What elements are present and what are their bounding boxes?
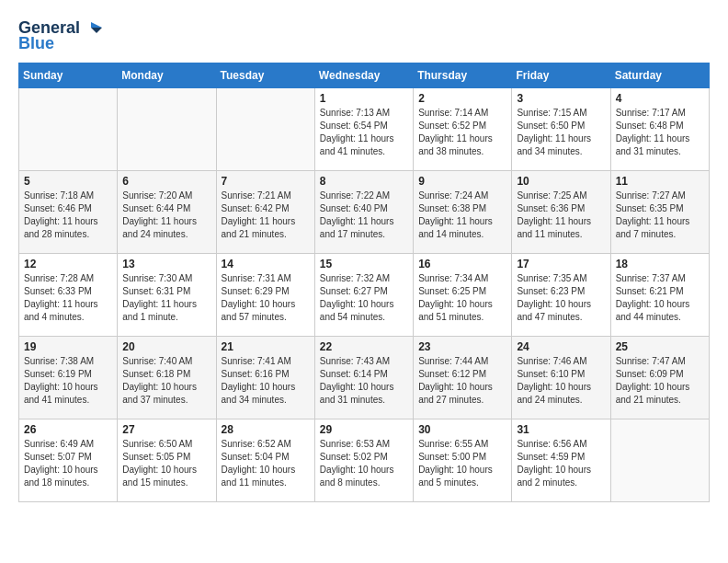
calendar-day-cell: 4 Sunrise: 7:17 AMSunset: 6:48 PMDayligh… [610,88,709,171]
day-info: Sunrise: 7:18 AMSunset: 6:46 PMDaylight:… [24,190,112,241]
logo: General Blue [18,18,102,53]
day-number: 16 [418,258,506,270]
day-number: 25 [616,340,704,353]
day-info: Sunrise: 7:13 AMSunset: 6:54 PMDaylight:… [320,107,408,158]
day-number: 3 [517,92,605,105]
day-info: Sunrise: 7:24 AMSunset: 6:38 PMDaylight:… [418,190,506,241]
logo-text-blue: Blue [18,34,54,53]
day-info: Sunrise: 7:28 AMSunset: 6:33 PMDaylight:… [24,272,112,324]
calendar-day-cell: 17 Sunrise: 7:35 AMSunset: 6:23 PMDaylig… [512,254,610,337]
calendar-day-cell: 23 Sunrise: 7:44 AMSunset: 6:12 PMDaylig… [414,337,512,419]
calendar-day-cell: 2 Sunrise: 7:14 AMSunset: 6:52 PMDayligh… [414,88,512,171]
day-info: Sunrise: 6:53 AMSunset: 5:02 PMDaylight:… [320,438,408,489]
svg-marker-0 [91,22,102,28]
weekday-header-cell: Sunday [19,63,118,88]
day-info: Sunrise: 7:32 AMSunset: 6:27 PMDaylight:… [320,272,408,324]
day-number: 7 [222,175,310,188]
calendar-day-cell: 9 Sunrise: 7:24 AMSunset: 6:38 PMDayligh… [414,171,512,254]
calendar-day-cell: 28 Sunrise: 6:52 AMSunset: 5:04 PMDaylig… [216,419,314,502]
calendar-week-row: 1 Sunrise: 7:13 AMSunset: 6:54 PMDayligh… [19,88,710,171]
day-info: Sunrise: 7:34 AMSunset: 6:25 PMDaylight:… [418,272,506,324]
calendar-day-cell: 30 Sunrise: 6:55 AMSunset: 5:00 PMDaylig… [414,419,512,502]
calendar-day-cell: 3 Sunrise: 7:15 AMSunset: 6:50 PMDayligh… [512,88,610,171]
day-number: 5 [24,175,112,188]
day-info: Sunrise: 7:35 AMSunset: 6:23 PMDaylight:… [517,272,605,324]
day-number: 10 [517,175,605,188]
day-info: Sunrise: 7:40 AMSunset: 6:18 PMDaylight:… [122,355,210,407]
day-info: Sunrise: 7:17 AMSunset: 6:48 PMDaylight:… [616,107,704,158]
calendar-day-cell: 14 Sunrise: 7:31 AMSunset: 6:29 PMDaylig… [216,254,314,337]
day-number: 23 [418,340,506,353]
day-number: 9 [418,175,506,188]
day-info: Sunrise: 6:50 AMSunset: 5:05 PMDaylight:… [122,438,210,489]
day-number: 24 [517,340,605,353]
page-header: General Blue [18,18,710,53]
day-number: 4 [616,92,704,105]
day-info: Sunrise: 7:20 AMSunset: 6:44 PMDaylight:… [122,190,210,241]
calendar-day-cell: 31 Sunrise: 6:56 AMSunset: 4:59 PMDaylig… [512,419,610,502]
calendar-day-cell: 8 Sunrise: 7:22 AMSunset: 6:40 PMDayligh… [314,171,413,254]
weekday-header-cell: Friday [512,63,610,88]
day-number: 15 [320,258,408,270]
day-number: 20 [122,340,210,353]
weekday-header-row: SundayMondayTuesdayWednesdayThursdayFrid… [19,63,710,88]
day-number: 21 [222,340,310,353]
day-info: Sunrise: 6:56 AMSunset: 4:59 PMDaylight:… [517,438,605,489]
day-number: 11 [616,175,704,188]
calendar-day-cell [216,88,314,171]
day-number: 19 [24,340,112,353]
calendar-day-cell: 22 Sunrise: 7:43 AMSunset: 6:14 PMDaylig… [314,337,413,419]
day-number: 27 [122,423,210,436]
day-info: Sunrise: 7:43 AMSunset: 6:14 PMDaylight:… [320,355,408,407]
weekday-header-cell: Wednesday [314,63,413,88]
day-info: Sunrise: 7:37 AMSunset: 6:21 PMDaylight:… [616,272,704,324]
day-number: 1 [320,92,408,105]
calendar-day-cell [118,88,216,171]
day-info: Sunrise: 6:52 AMSunset: 5:04 PMDaylight:… [222,438,310,489]
weekday-header-cell: Saturday [610,63,709,88]
calendar-day-cell: 10 Sunrise: 7:25 AMSunset: 6:36 PMDaylig… [512,171,610,254]
calendar-day-cell: 1 Sunrise: 7:13 AMSunset: 6:54 PMDayligh… [314,88,413,171]
day-number: 30 [418,423,506,436]
calendar-week-row: 26 Sunrise: 6:49 AMSunset: 5:07 PMDaylig… [19,419,710,502]
day-info: Sunrise: 6:55 AMSunset: 5:00 PMDaylight:… [418,438,506,489]
day-number: 28 [222,423,310,436]
day-number: 17 [517,258,605,270]
day-number: 13 [122,258,210,270]
day-info: Sunrise: 7:15 AMSunset: 6:50 PMDaylight:… [517,107,605,158]
day-info: Sunrise: 7:21 AMSunset: 6:42 PMDaylight:… [222,190,310,241]
day-info: Sunrise: 7:46 AMSunset: 6:10 PMDaylight:… [517,355,605,407]
calendar-body: 1 Sunrise: 7:13 AMSunset: 6:54 PMDayligh… [19,88,710,502]
svg-marker-1 [91,28,102,33]
day-number: 18 [616,258,704,270]
day-info: Sunrise: 7:44 AMSunset: 6:12 PMDaylight:… [418,355,506,407]
day-number: 22 [320,340,408,353]
day-info: Sunrise: 7:25 AMSunset: 6:36 PMDaylight:… [517,190,605,241]
calendar-week-row: 19 Sunrise: 7:38 AMSunset: 6:19 PMDaylig… [19,337,710,419]
day-info: Sunrise: 7:41 AMSunset: 6:16 PMDaylight:… [222,355,310,407]
calendar-week-row: 12 Sunrise: 7:28 AMSunset: 6:33 PMDaylig… [19,254,710,337]
calendar-day-cell: 6 Sunrise: 7:20 AMSunset: 6:44 PMDayligh… [118,171,216,254]
day-number: 31 [517,423,605,436]
day-info: Sunrise: 7:38 AMSunset: 6:19 PMDaylight:… [24,355,112,407]
day-number: 2 [418,92,506,105]
day-info: Sunrise: 6:49 AMSunset: 5:07 PMDaylight:… [24,438,112,489]
calendar-day-cell: 24 Sunrise: 7:46 AMSunset: 6:10 PMDaylig… [512,337,610,419]
calendar-day-cell: 11 Sunrise: 7:27 AMSunset: 6:35 PMDaylig… [610,171,709,254]
calendar-day-cell: 20 Sunrise: 7:40 AMSunset: 6:18 PMDaylig… [118,337,216,419]
calendar-day-cell: 16 Sunrise: 7:34 AMSunset: 6:25 PMDaylig… [414,254,512,337]
day-number: 14 [222,258,310,270]
weekday-header-cell: Thursday [414,63,512,88]
day-info: Sunrise: 7:14 AMSunset: 6:52 PMDaylight:… [418,107,506,158]
weekday-header-cell: Monday [118,63,216,88]
day-info: Sunrise: 7:30 AMSunset: 6:31 PMDaylight:… [122,272,210,324]
day-info: Sunrise: 7:27 AMSunset: 6:35 PMDaylight:… [616,190,704,241]
calendar-day-cell: 25 Sunrise: 7:47 AMSunset: 6:09 PMDaylig… [610,337,709,419]
calendar-day-cell: 5 Sunrise: 7:18 AMSunset: 6:46 PMDayligh… [19,171,118,254]
calendar-day-cell: 19 Sunrise: 7:38 AMSunset: 6:19 PMDaylig… [19,337,118,419]
calendar-day-cell: 27 Sunrise: 6:50 AMSunset: 5:05 PMDaylig… [118,419,216,502]
calendar-day-cell [19,88,118,171]
day-number: 6 [122,175,210,188]
day-number: 12 [24,258,112,270]
day-number: 29 [320,423,408,436]
